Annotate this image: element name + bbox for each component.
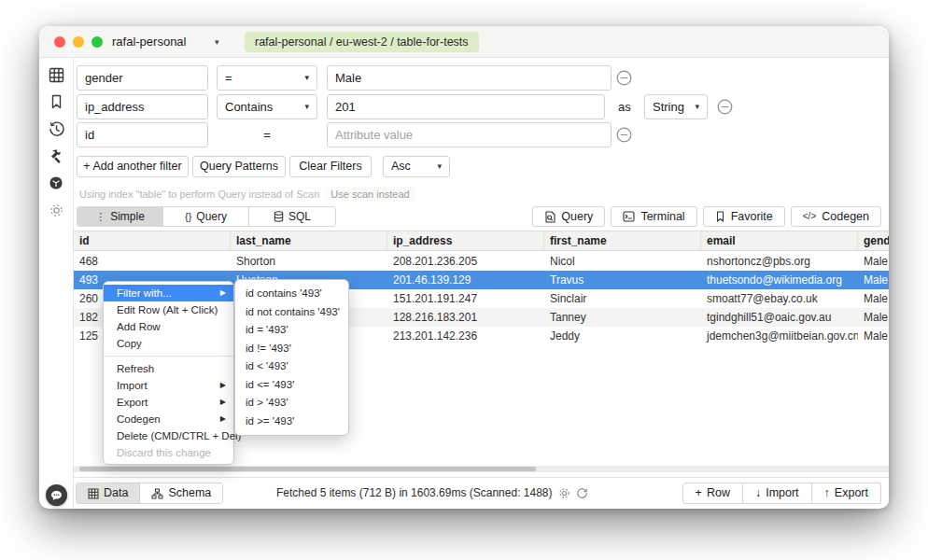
column-header[interactable]: gender bbox=[858, 231, 889, 250]
table-cell: Nicol bbox=[544, 252, 701, 271]
column-header[interactable]: first_name bbox=[544, 231, 701, 250]
remove-filter-button[interactable] bbox=[616, 70, 632, 86]
horizontal-scrollbar[interactable] bbox=[74, 466, 889, 472]
menu-item[interactable]: Add Row bbox=[104, 318, 233, 335]
filter-attribute-input[interactable] bbox=[77, 65, 208, 91]
list-icon: ⋮ bbox=[95, 207, 105, 226]
export-button[interactable]: ↑Export bbox=[812, 483, 881, 504]
menu-item[interactable]: Filter with...▶ bbox=[104, 285, 233, 301]
table-cell: Male bbox=[858, 252, 889, 271]
titlebar: rafal-personal ▾ rafal-personal / eu-wes… bbox=[39, 26, 889, 58]
terminal-button[interactable]: Terminal bbox=[611, 206, 696, 227]
column-header[interactable]: last_name bbox=[231, 231, 387, 250]
menu-item[interactable]: Codegen▶ bbox=[104, 411, 233, 427]
table-cell: Male bbox=[858, 308, 889, 327]
submenu-arrow-icon: ▶ bbox=[220, 394, 226, 411]
table-cell: 468 bbox=[74, 252, 231, 271]
settings-icon[interactable] bbox=[558, 487, 570, 499]
submenu-item[interactable]: id contains '493' bbox=[235, 285, 348, 303]
submenu-item[interactable]: id = '493' bbox=[235, 321, 348, 340]
breadcrumb[interactable]: rafal-personal / eu-west-2 / table-for-t… bbox=[245, 32, 479, 52]
sidebar bbox=[39, 58, 74, 508]
table-cell: jdemchen3g@miitbeian.gov.cn bbox=[701, 327, 858, 345]
column-header[interactable]: ip_address bbox=[387, 231, 544, 250]
table-cell: thuetsondo@wikimedia.org bbox=[701, 271, 858, 289]
submenu-item[interactable]: id not contains '493' bbox=[235, 303, 348, 322]
schema-icon bbox=[151, 488, 163, 499]
tab-simple[interactable]: ⋮Simple bbox=[77, 207, 163, 226]
submenu-item[interactable]: id > '493' bbox=[235, 394, 348, 413]
submenu-item[interactable]: id < '493' bbox=[235, 357, 348, 376]
favorite-button[interactable]: Favorite bbox=[703, 206, 785, 227]
codegen-button[interactable]: </>Codegen bbox=[791, 206, 881, 227]
profile-selector[interactable]: rafal-personal bbox=[112, 26, 187, 58]
close-window-button[interactable] bbox=[54, 36, 65, 48]
table-icon[interactable] bbox=[46, 64, 66, 85]
table-cell: 213.201.142.236 bbox=[387, 327, 544, 345]
query-doc-icon bbox=[544, 211, 555, 223]
grid-icon bbox=[88, 488, 99, 499]
braces-icon: {} bbox=[185, 207, 191, 226]
chat-feedback-button[interactable] bbox=[46, 484, 67, 506]
menu-item[interactable]: Edit Row (Alt + Click) bbox=[104, 301, 233, 318]
add-row-button[interactable]: +Row bbox=[682, 483, 743, 504]
submenu-arrow-icon: ▶ bbox=[220, 411, 226, 427]
submenu-item[interactable]: id >= '493' bbox=[235, 413, 348, 431]
query-patterns-button[interactable]: Query Patterns bbox=[192, 156, 286, 177]
menu-item[interactable]: Delete (CMD/CTRL + Del) bbox=[104, 427, 233, 444]
arrow-down-icon: ↓ bbox=[755, 483, 761, 503]
clear-filters-button[interactable]: Clear Filters bbox=[289, 156, 372, 177]
filter-value-input[interactable] bbox=[327, 94, 605, 119]
submenu-item[interactable]: id != '493' bbox=[235, 340, 348, 358]
table-cell: Sinclair bbox=[544, 289, 701, 308]
menu-separator bbox=[104, 356, 233, 357]
filter-value-input[interactable] bbox=[327, 122, 612, 147]
filter-attribute-input[interactable] bbox=[77, 94, 208, 119]
remove-filter-button[interactable] bbox=[717, 99, 733, 115]
menu-item[interactable]: Refresh bbox=[104, 360, 233, 377]
table-cell: 201.46.139.129 bbox=[387, 271, 544, 289]
mode-tabs: ⋮Simple {}Query SQL bbox=[77, 206, 336, 227]
filter-value-input[interactable] bbox=[327, 65, 612, 91]
sort-order-select[interactable]: Asc▾ bbox=[383, 156, 450, 177]
refresh-icon[interactable] bbox=[576, 487, 588, 499]
tab-data[interactable]: Data bbox=[77, 483, 140, 503]
action-buttons: Query Terminal Favorite </>Codegen bbox=[532, 206, 881, 227]
table-cell: 151.201.191.247 bbox=[387, 289, 544, 308]
column-header[interactable]: id bbox=[74, 231, 231, 250]
hammer-icon[interactable] bbox=[46, 146, 66, 166]
column-header[interactable]: email bbox=[701, 231, 858, 250]
import-button[interactable]: ↓Import bbox=[743, 483, 812, 504]
tab-query[interactable]: {}Query bbox=[163, 207, 249, 226]
table-row[interactable]: 468Shorton208.201.236.205Nicolnshortoncz… bbox=[74, 252, 889, 271]
bookmark-icon[interactable] bbox=[46, 91, 66, 112]
menu-item[interactable]: Export▶ bbox=[104, 394, 233, 411]
filter-type-select[interactable]: String▾ bbox=[644, 94, 708, 119]
tab-sql[interactable]: SQL bbox=[249, 207, 335, 226]
use-scan-button[interactable]: Use scan instead bbox=[325, 187, 415, 202]
as-label: as bbox=[618, 94, 631, 119]
caret-down-icon: ▾ bbox=[437, 157, 442, 176]
menu-item[interactable]: Copy bbox=[104, 335, 233, 352]
history-icon[interactable] bbox=[46, 119, 66, 139]
table-cell: 128.216.183.201 bbox=[387, 308, 544, 327]
remove-filter-button[interactable] bbox=[616, 127, 632, 143]
caret-down-icon: ▾ bbox=[304, 66, 309, 90]
minimize-window-button[interactable] bbox=[73, 36, 84, 48]
filter-with-submenu: id contains '493'id not contains '493'id… bbox=[234, 279, 349, 436]
filter-attribute-input[interactable] bbox=[77, 122, 208, 147]
tab-schema[interactable]: Schema bbox=[140, 483, 222, 503]
arrow-up-icon: ↑ bbox=[824, 483, 830, 503]
scrollbar-thumb[interactable] bbox=[79, 467, 536, 471]
zoom-window-button[interactable] bbox=[91, 36, 103, 48]
filter-operator-select[interactable]: =▾ bbox=[217, 65, 317, 91]
gear-icon[interactable] bbox=[46, 200, 66, 220]
submenu-item[interactable]: id <= '493' bbox=[235, 376, 348, 395]
code-icon: </> bbox=[803, 207, 816, 226]
cube-icon[interactable] bbox=[46, 173, 66, 193]
menu-item[interactable]: Import▶ bbox=[104, 377, 233, 394]
query-button[interactable]: Query bbox=[532, 206, 605, 227]
filter-operator-select[interactable]: Contains▾ bbox=[217, 94, 317, 119]
add-filter-button[interactable]: + Add another filter bbox=[77, 156, 189, 177]
table-cell: Jeddy bbox=[544, 327, 701, 345]
